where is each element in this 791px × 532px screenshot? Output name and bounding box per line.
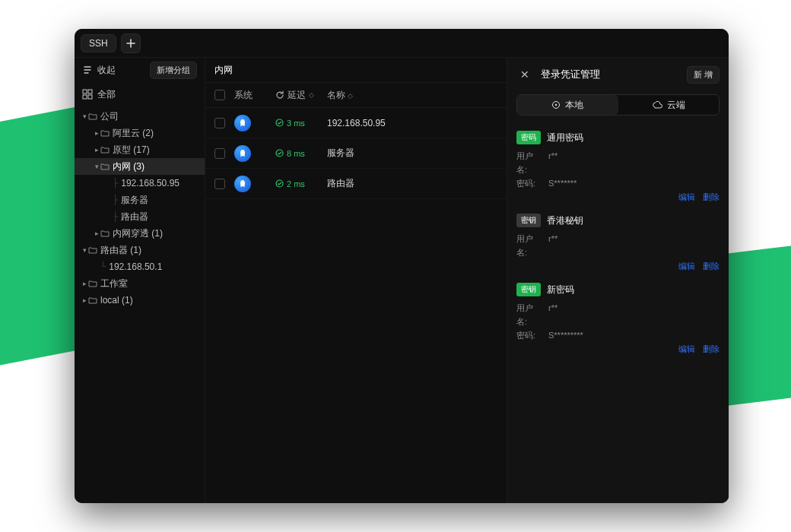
folder-icon (100, 230, 110, 237)
collapse-icon (82, 65, 93, 75)
tree-label: 服务器 (121, 194, 148, 207)
credential-name: 通用密码 (547, 131, 583, 144)
delete-button[interactable]: 删除 (703, 192, 720, 203)
tree-item[interactable]: ├服务器 (75, 192, 205, 208)
username-key: 用户名: (516, 301, 544, 328)
password-value: S******* (548, 176, 577, 190)
tree-label: 192.168.50.1 (109, 261, 162, 272)
password-value: S********* (548, 328, 583, 342)
username-value: r** (548, 232, 558, 259)
credential-name: 香港秘钥 (547, 214, 583, 227)
svg-point-4 (276, 119, 283, 126)
tab-ssh[interactable]: SSH (81, 34, 116, 52)
collapse-label[interactable]: 收起 (97, 64, 116, 77)
tree-label: 原型 (17) (113, 144, 150, 157)
sidebar: 收起 新增分组 全部 ▾公司▸阿里云 (2)▸原型 (17)▾内网 (3)├19… (75, 58, 205, 503)
disk-icon (551, 100, 561, 109)
os-icon (234, 115, 251, 131)
grid-icon (82, 89, 93, 100)
tree-item[interactable]: ▸原型 (17) (75, 141, 205, 158)
edit-button[interactable]: 编辑 (678, 261, 695, 272)
credential-type-badge: 密码 (516, 131, 541, 144)
svg-rect-1 (88, 90, 92, 93)
tree-item[interactable]: ▾路由器 (1) (75, 242, 205, 258)
tab-local[interactable]: 本地 (517, 95, 618, 115)
password-key: 密码: (516, 176, 544, 190)
username-key: 用户名: (516, 149, 544, 176)
edit-button[interactable]: 编辑 (678, 192, 695, 203)
sidebar-tree: ▾公司▸阿里云 (2)▸原型 (17)▾内网 (3)├192.168.50.95… (75, 106, 205, 503)
tree-label: 路由器 (121, 211, 148, 223)
tree-label: 路由器 (1) (100, 244, 141, 257)
svg-rect-3 (88, 95, 92, 99)
svg-point-5 (276, 150, 283, 157)
folder-icon (88, 296, 97, 304)
folder-icon (88, 112, 97, 120)
reload-icon (275, 90, 284, 100)
tree-item[interactable]: ▾内网 (3) (75, 158, 205, 175)
tree-item[interactable]: ├192.168.50.95 (75, 175, 205, 192)
folder-icon (100, 129, 110, 137)
main-pane: 内网 系统 延迟 ◇ 名称 ◇ 地址 ◇ 信 3 ms192.168.50.95… (205, 58, 729, 503)
cloud-icon (652, 101, 662, 109)
tree-label: 内网 (3) (113, 160, 145, 173)
username-key: 用户名: (516, 232, 544, 259)
close-icon[interactable]: ✕ (516, 66, 533, 83)
row-checkbox[interactable] (214, 118, 225, 128)
svg-point-6 (276, 180, 283, 187)
latency-value: 3 ms (275, 119, 305, 128)
os-icon (234, 176, 251, 192)
titlebar: SSH (75, 29, 729, 58)
delete-button[interactable]: 删除 (703, 344, 720, 355)
tree-item[interactable]: └192.168.50.1 (75, 258, 205, 275)
folder-icon (100, 163, 110, 170)
col-system[interactable]: 系统 (234, 89, 275, 102)
row-checkbox[interactable] (214, 148, 225, 159)
tree-item[interactable]: ├路由器 (75, 208, 205, 225)
credential-name: 新密码 (547, 283, 574, 296)
folder-icon (88, 280, 97, 287)
row-checkbox[interactable] (214, 179, 225, 189)
all-label[interactable]: 全部 (97, 88, 116, 101)
latency-value: 8 ms (275, 149, 305, 158)
tree-item[interactable]: ▸阿里云 (2) (75, 125, 205, 141)
new-tab-button[interactable] (121, 33, 141, 53)
sort-icon: ◇ (309, 91, 314, 99)
credential-item: 密码通用密码用户名:r**密码:S*******编辑删除 (507, 123, 729, 206)
folder-icon (88, 246, 97, 254)
panel-title: 登录凭证管理 (541, 68, 679, 81)
tree-label: 工作室 (100, 277, 128, 290)
storage-tabs: 本地 云端 (516, 94, 720, 116)
tree-label: 内网穿透 (1) (113, 227, 163, 240)
svg-rect-0 (83, 90, 87, 93)
select-all-checkbox[interactable] (214, 90, 225, 100)
folder-icon (100, 146, 110, 154)
add-credential-button[interactable]: 新 增 (687, 66, 720, 84)
tab-cloud[interactable]: 云端 (618, 95, 720, 115)
delete-button[interactable]: 删除 (703, 261, 720, 272)
password-key: 密码: (516, 328, 544, 342)
add-group-button[interactable]: 新增分组 (150, 62, 197, 79)
username-value: r** (548, 149, 558, 176)
svg-point-8 (555, 104, 557, 106)
os-icon (234, 145, 251, 162)
tree-item[interactable]: ▾公司 (75, 108, 205, 125)
svg-rect-2 (83, 95, 87, 99)
credential-type-badge: 密钥 (516, 214, 541, 227)
username-value: r** (548, 301, 558, 328)
tree-label: 192.168.50.95 (121, 178, 179, 188)
plus-icon (126, 39, 135, 48)
credentials-panel: ✕ 登录凭证管理 新 增 本地 云端 密码通用密码用户名:r**密码:S****… (507, 58, 729, 503)
credential-type-badge: 密钥 (516, 283, 541, 296)
tree-item[interactable]: ▸内网穿透 (1) (75, 225, 205, 242)
tree-item[interactable]: ▸工作室 (75, 275, 205, 292)
credential-item: 密钥新密码用户名:r**密码:S*********编辑删除 (507, 275, 729, 358)
tree-item[interactable]: ▸local (1) (75, 292, 205, 309)
latency-value: 2 ms (275, 179, 305, 188)
tree-label: 公司 (100, 110, 119, 123)
edit-button[interactable]: 编辑 (678, 344, 695, 355)
tree-label: local (1) (100, 295, 133, 306)
app-window: SSH 收起 新增分组 (75, 29, 729, 503)
tree-label: 阿里云 (2) (113, 127, 154, 140)
col-latency[interactable]: 延迟 ◇ (275, 89, 327, 102)
